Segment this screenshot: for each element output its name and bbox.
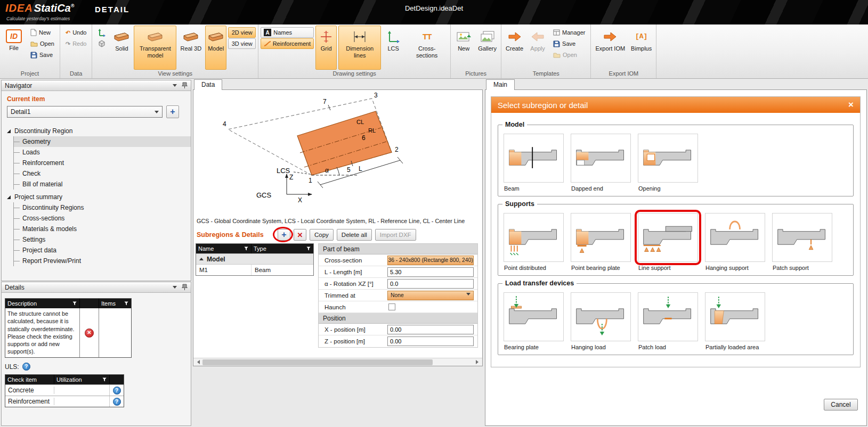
collapse-icon[interactable] [173, 84, 177, 89]
tab-data[interactable]: Data [194, 79, 222, 90]
view-axes-tool[interactable] [94, 27, 109, 38]
tree-item-reinforcement[interactable]: Reinforcement [14, 158, 191, 168]
card-point-bearing-plate[interactable]: Point bearing plate [571, 213, 631, 272]
transparent-model-button[interactable]: Transparent model [134, 26, 176, 70]
current-item-dropdown[interactable]: Detail1 [7, 106, 163, 118]
grid-button[interactable]: Grid [315, 26, 337, 70]
horizontal-scrollbar[interactable] [193, 358, 482, 366]
gallery-button[interactable]: Gallery [476, 26, 499, 70]
new-page-icon [30, 29, 37, 36]
collapse-icon[interactable] [173, 286, 177, 291]
tree-item-settings[interactable]: Settings [14, 234, 191, 245]
tree-item-cross-sections[interactable]: Cross-sections [14, 213, 191, 224]
card-hanging-support[interactable]: Hanging support [705, 213, 765, 272]
picture-new-button[interactable]: New [453, 26, 474, 70]
delete-all-button[interactable]: Delete all [337, 229, 372, 241]
file-button[interactable]: ID File [2, 26, 26, 70]
bimplus-button[interactable]: [A] Bimplus [629, 26, 654, 70]
tree-group-discontinuity-region[interactable]: Discontinuity Region [5, 126, 191, 136]
scroll-right-arrow[interactable] [474, 358, 482, 366]
close-icon[interactable]: × [848, 100, 854, 110]
group-row-model[interactable]: Model [196, 253, 313, 264]
rotation-input[interactable] [387, 279, 474, 289]
solid-button[interactable]: Solid [111, 26, 132, 70]
haunch-label: Haunch [320, 304, 387, 310]
template-save-button[interactable]: Save [550, 38, 588, 49]
add-detail-button[interactable]: + [166, 105, 179, 118]
real-3d-button[interactable]: Real 3D [178, 26, 204, 70]
dimension-lines-button[interactable]: Dimension lines [338, 26, 381, 70]
template-create-button[interactable]: Create [504, 26, 525, 70]
tree-item-check[interactable]: Check [14, 168, 191, 179]
help-icon[interactable]: ? [113, 398, 121, 406]
lcs-button[interactable]: LCS [383, 26, 404, 70]
card-label: Dapped end [571, 183, 631, 193]
z-position-input[interactable] [387, 336, 474, 346]
view-3d-button[interactable]: 3D view [228, 38, 256, 49]
pin-icon[interactable] [182, 82, 188, 89]
export-iom-button[interactable]: Export IOM [593, 26, 627, 70]
card-partially-loaded-area[interactable]: Partially loaded area [705, 292, 765, 351]
reinforcement-toggle[interactable]: Reinforcement [261, 38, 314, 49]
haunch-checkbox[interactable] [388, 303, 395, 310]
view-2d-button[interactable]: 2D view [228, 27, 256, 38]
card-patch-load[interactable]: Patch load [638, 292, 698, 351]
view-cube-tool[interactable] [94, 38, 109, 49]
length-input[interactable] [387, 267, 474, 277]
tree-item-bill-of-material[interactable]: Bill of material [14, 179, 191, 190]
template-manager-button[interactable]: Manager [550, 27, 588, 38]
copy-button[interactable]: Copy [310, 229, 334, 241]
tree-item-materials-models[interactable]: Materials & models [14, 224, 191, 234]
card-opening[interactable]: Opening [638, 134, 698, 193]
tree-item-discontinuity-regions[interactable]: Discontinuity Regions [14, 202, 191, 213]
open-button[interactable]: Open [27, 38, 58, 49]
trimmed-at-dropdown[interactable]: None [387, 291, 474, 300]
card-hanging-load[interactable]: Hanging load [571, 292, 631, 351]
check-row-concrete[interactable]: Concrete ? [5, 384, 124, 396]
scroll-left-arrow[interactable] [193, 358, 201, 366]
cross-sections-button[interactable]: TT Cross-sections [405, 26, 448, 70]
cancel-button[interactable]: Cancel [824, 399, 858, 410]
data-content: GCS Z X LCS α L CL RL 1 2 3 4 5 6 7 GCS … [193, 89, 483, 366]
tree-item-geometry[interactable]: Geometry [14, 136, 191, 147]
trimmed-at-label: Trimmed at [320, 292, 387, 299]
tree-group-project-summary[interactable]: Project summary [5, 192, 191, 202]
tree-item-loads[interactable]: Loads [14, 147, 191, 158]
names-toggle[interactable]: A Names [261, 27, 314, 38]
table-row-m1[interactable]: M1 Beam [196, 264, 313, 275]
beam-region[interactable] [297, 111, 392, 175]
cross-section-field[interactable]: 36 - 240x800 (Rectangle 800, 240) [387, 256, 474, 265]
new-button[interactable]: New [27, 27, 58, 38]
template-apply-button[interactable]: Apply [527, 26, 548, 70]
card-point-distributed[interactable]: Point distributed [504, 213, 564, 272]
filter-funnel-icon[interactable] [124, 301, 129, 306]
error-row[interactable]: The structure cannot be calculated, beca… [5, 308, 131, 357]
scrollbar-thumb[interactable] [202, 359, 433, 365]
card-line-support[interactable]: Line support [638, 213, 698, 272]
filter-funnel-icon[interactable] [102, 377, 107, 382]
filter-funnel-icon[interactable] [244, 247, 249, 251]
type-column-header: Type [252, 244, 313, 253]
undo-button[interactable]: ↶ Undo [62, 27, 90, 38]
model-button[interactable]: Model [205, 26, 226, 70]
redo-button[interactable]: ↷ Redo [62, 38, 90, 49]
tree-item-report-preview-print[interactable]: Report Preview/Print [14, 256, 191, 266]
check-row-reinforcement[interactable]: Reinforcement ? [5, 396, 124, 407]
card-beam[interactable]: Beam [504, 134, 564, 193]
help-icon[interactable]: ? [113, 387, 121, 395]
x-position-input[interactable] [387, 325, 474, 334]
import-dxf-button[interactable]: Import DXF [375, 229, 416, 241]
template-open-button[interactable]: Open [550, 50, 588, 60]
filter-funnel-icon[interactable] [306, 247, 311, 251]
card-patch-support[interactable]: Patch support [772, 213, 832, 272]
add-subregion-button[interactable]: + [278, 229, 290, 241]
card-dapped-end[interactable]: Dapped end [571, 134, 631, 193]
tab-main[interactable]: Main [486, 79, 515, 90]
help-icon[interactable]: ? [22, 363, 30, 371]
save-button[interactable]: Save [27, 50, 58, 60]
card-bearing-plate[interactable]: Bearing plate [504, 292, 564, 351]
filter-funnel-icon[interactable] [72, 301, 77, 306]
tree-item-project-data[interactable]: Project data [14, 245, 191, 256]
delete-subregion-button[interactable]: ✕ [294, 229, 306, 241]
pin-icon[interactable] [182, 284, 188, 291]
